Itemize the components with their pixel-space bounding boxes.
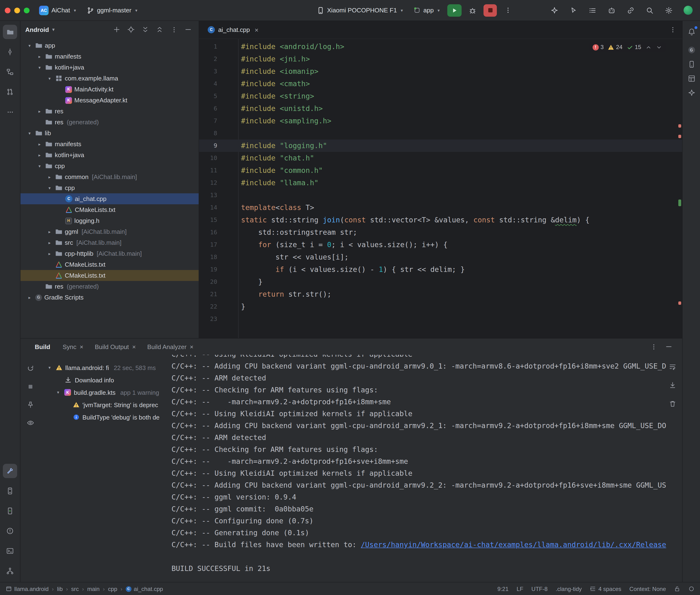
breadcrumb-lib[interactable]: lib xyxy=(57,586,63,592)
stripe-mark-success[interactable] xyxy=(678,200,681,206)
search-everywhere-button[interactable] xyxy=(643,4,656,17)
lock-widget[interactable] xyxy=(674,586,680,592)
line-number[interactable]: 8 xyxy=(199,127,238,140)
build-tree-item-llama-android-fi[interactable]: ▾llama.android: fi22 sec, 583 ms xyxy=(40,362,171,374)
chevron-down-icon[interactable]: ▾ xyxy=(26,43,33,48)
line-number[interactable]: 17 xyxy=(199,238,238,251)
chevron-right-icon[interactable]: ▸ xyxy=(36,109,43,114)
tree-item-res[interactable]: res(generated) xyxy=(21,117,199,128)
code-line-16[interactable]: 16 std::ostringstream str; xyxy=(199,226,682,238)
problems-tool-button[interactable] xyxy=(3,524,17,538)
chevron-down-icon[interactable]: ▾ xyxy=(26,131,33,136)
chevron-down-icon[interactable]: ▾ xyxy=(36,164,43,168)
code-line-9[interactable]: 9#include "logging.h" xyxy=(199,140,682,152)
tree-item-ggml[interactable]: ▸ggml[AiChat.lib.main] xyxy=(21,226,199,237)
line-number[interactable]: 4 xyxy=(199,78,238,90)
run-config-selector[interactable]: app ▾ xyxy=(411,5,443,16)
clear-all-button[interactable] xyxy=(666,398,679,410)
code-line-5[interactable]: 5#include <string> xyxy=(199,90,682,103)
line-number[interactable]: 2 xyxy=(199,53,238,65)
close-tab-icon[interactable]: × xyxy=(132,343,136,350)
ai-actions-button[interactable] xyxy=(548,4,561,17)
todo-list-button[interactable] xyxy=(586,4,599,17)
more-tool-windows-button[interactable] xyxy=(3,105,17,119)
line-number[interactable]: 5 xyxy=(199,90,238,103)
ai-assistant-tool-button[interactable] xyxy=(684,86,699,100)
tree-item-kotlin-java[interactable]: ▾kotlin+java xyxy=(21,62,199,73)
chevron-right-icon[interactable]: ▸ xyxy=(46,251,53,256)
project-selector[interactable]: AC AiChat ▾ xyxy=(36,4,79,17)
profile-button[interactable] xyxy=(681,4,695,17)
plugin-button[interactable] xyxy=(605,4,618,17)
code-line-21[interactable]: 21 return str.str(); xyxy=(199,288,682,301)
device-manager-tool-button[interactable] xyxy=(684,57,699,72)
chevron-down-icon[interactable]: ▾ xyxy=(46,365,53,370)
minimize-window-button[interactable] xyxy=(14,7,20,13)
build-tree-item-jvmtarget-string-is-deprec[interactable]: 'jvmTarget: String' is deprec xyxy=(40,399,171,411)
terminal-tool-button[interactable] xyxy=(3,544,17,558)
hide-build-panel-icon[interactable] xyxy=(665,343,673,350)
debug-button[interactable] xyxy=(466,4,479,17)
code-line-12[interactable]: 12#include "llama.h" xyxy=(199,177,682,189)
passed-count[interactable]: 15 xyxy=(627,44,641,51)
chevron-right-icon[interactable]: ▸ xyxy=(46,229,53,234)
errors-count[interactable]: ! 3 xyxy=(592,44,604,51)
line-separator-widget[interactable]: LF xyxy=(516,586,523,592)
code-line-20[interactable]: 20 } xyxy=(199,276,682,288)
code-line-4[interactable]: 4#include <cmath> xyxy=(199,78,682,90)
tree-item-cpp[interactable]: ▾cpp xyxy=(21,161,199,171)
tree-item-ai-chat-cpp[interactable]: Cai_chat.cpp xyxy=(21,193,199,204)
zoom-window-button[interactable] xyxy=(24,7,30,13)
previous-problem-icon[interactable] xyxy=(645,44,652,50)
structure-tool-button[interactable] xyxy=(3,65,17,79)
build-tab-build-analyzer[interactable]: Build Analyzer× xyxy=(142,341,198,352)
branch-selector[interactable]: ggml-master ▾ xyxy=(84,4,140,16)
panel-options-button[interactable] xyxy=(168,24,179,35)
code-line-17[interactable]: 17 for (size_t i = 0; i < values.size();… xyxy=(199,238,682,251)
stripe-mark-error[interactable] xyxy=(678,302,681,305)
breadcrumb-llama-android[interactable]: llama.android xyxy=(6,586,49,592)
code-line-23[interactable]: 23 xyxy=(199,313,682,325)
line-number[interactable]: 14 xyxy=(199,201,238,214)
close-tab-icon[interactable]: × xyxy=(80,343,83,350)
expand-all-button[interactable] xyxy=(140,24,151,35)
notifications-button[interactable] xyxy=(684,25,699,39)
build-tab-build-output[interactable]: Build Output× xyxy=(90,341,141,352)
chevron-right-icon[interactable]: ▸ xyxy=(36,142,43,146)
line-number[interactable]: 20 xyxy=(199,276,238,288)
chevron-down-icon[interactable]: ▾ xyxy=(55,390,61,395)
tree-item-app[interactable]: ▾app xyxy=(21,40,199,51)
tree-item-common[interactable]: ▸common[AiChat.lib.main] xyxy=(21,171,199,182)
tree-item-src[interactable]: ▸src[AiChat.lib.main] xyxy=(21,237,199,248)
tree-item-manifests[interactable]: ▸manifests xyxy=(21,139,199,149)
chevron-down-icon[interactable]: ▾ xyxy=(46,76,53,81)
console-link[interactable]: /Users/hanyin/Workspace/ai-chat/examples… xyxy=(361,540,666,549)
line-number[interactable]: 18 xyxy=(199,251,238,263)
chevron-down-icon[interactable]: ▾ xyxy=(36,65,43,70)
breadcrumb-src[interactable]: src xyxy=(71,586,79,592)
stop-build-button[interactable] xyxy=(24,380,37,393)
tree-item-gradle-scripts[interactable]: ▸GGradle Scripts xyxy=(21,292,199,303)
tree-item-manifests[interactable]: ▸manifests xyxy=(21,51,199,62)
tree-item-cpp[interactable]: ▾cpp xyxy=(21,182,199,193)
line-number[interactable]: 9 xyxy=(199,140,238,152)
line-number[interactable]: 6 xyxy=(199,103,238,115)
build-tree-item-build-gradle-kts[interactable]: ▾Kbuild.gradle.ktsapp 1 warning xyxy=(40,386,171,399)
tree-item-com-example-llama[interactable]: ▾com.example.llama xyxy=(21,73,199,84)
run-button[interactable] xyxy=(447,4,461,17)
code-line-18[interactable]: 18 str << values[i]; xyxy=(199,251,682,263)
version-control-tool-button[interactable] xyxy=(3,564,17,578)
commit-tool-button[interactable] xyxy=(3,45,17,59)
line-number[interactable]: 7 xyxy=(199,115,238,127)
clang-tidy-widget[interactable]: .clang-tidy xyxy=(556,586,582,592)
stripe-mark-error[interactable] xyxy=(678,135,681,138)
build-tree-item-download-info[interactable]: Download info xyxy=(40,374,171,386)
tree-item-cpp-httplib[interactable]: ▸cpp-httplib[AiChat.lib.main] xyxy=(21,248,199,259)
line-number[interactable]: 11 xyxy=(199,164,238,177)
warnings-count[interactable]: 24 xyxy=(608,44,623,51)
code-line-14[interactable]: 14template<class T> xyxy=(199,201,682,214)
inspections-widget[interactable]: ! 3 24 15 xyxy=(589,42,666,52)
tree-item-logging-h[interactable]: Hlogging.h xyxy=(21,215,199,226)
line-number[interactable]: 16 xyxy=(199,226,238,238)
tree-item-lib[interactable]: ▾lib xyxy=(21,128,199,139)
